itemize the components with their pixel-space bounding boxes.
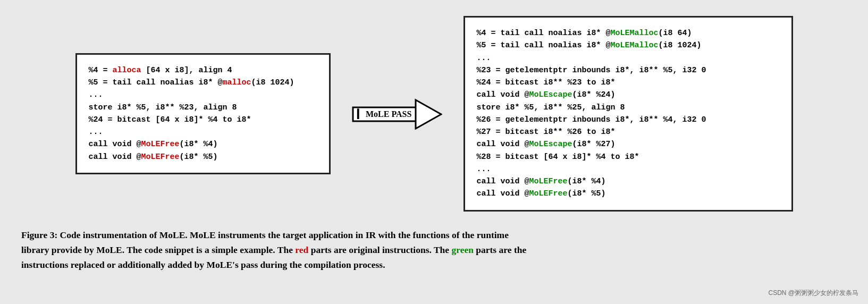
code-line-r11: %28 = bitcast [64 x i8]* %4 to i8*	[477, 151, 780, 163]
caption-line2: library provide by MoLE. The code snippe…	[21, 242, 847, 257]
code-line-l5: %24 = bitcast [64 x i8]* %4 to i8*	[89, 114, 317, 126]
svg-text:▎ MoLE PASS: ▎ MoLE PASS	[357, 108, 411, 119]
code-line-r4: %23 = getelementptr inbounds i8*, i8** %…	[477, 64, 780, 77]
left-code-box: %4 = alloca [64 x i8], align 4 %5 = tail…	[75, 53, 331, 174]
code-line-r10: call void @MoLEscape(i8* %27)	[477, 138, 780, 150]
code-line-l8: call void @MoLEFree(i8* %5)	[89, 151, 317, 163]
code-line-r8: %26 = getelementptr inbounds i8*, i8** %…	[477, 114, 780, 126]
code-line-r14: call void @MoLEFree(i8* %5)	[477, 188, 780, 200]
caption-line3: instructions replaced or additionally ad…	[21, 257, 847, 272]
code-line-r7: store i8* %5, i8** %25, align 8	[477, 102, 780, 114]
code-line-r9: %27 = bitcast i8** %26 to i8*	[477, 126, 780, 138]
code-line-l3: ...	[89, 89, 317, 101]
code-line-r12: ...	[477, 163, 780, 175]
code-line-l6: ...	[89, 126, 317, 138]
code-line-r3: ...	[477, 52, 780, 64]
watermark: CSDN @粥粥粥少女的柠发条马	[768, 289, 858, 298]
svg-marker-1	[416, 100, 441, 129]
diagram-row: %4 = alloca [64 x i8], align 4 %5 = tail…	[16, 16, 852, 212]
code-line-l7: call void @MoLEFree(i8* %4)	[89, 138, 317, 150]
main-container: %4 = alloca [64 x i8], align 4 %5 = tail…	[0, 0, 868, 304]
code-line-r2: %5 = tail call noalias i8* @MoLEMalloc(i…	[477, 39, 780, 52]
caption-area: Figure 3: Code instrumentation of MoLE. …	[16, 227, 852, 272]
code-line-l2: %5 = tail call noalias i8* @malloc(i8 10…	[89, 77, 317, 89]
arrow-icon: ▎ MoLE PASS	[352, 98, 442, 130]
code-line-l1: %4 = alloca [64 x i8], align 4	[89, 64, 317, 77]
right-code-box: %4 = tail call noalias i8* @MoLEMalloc(i…	[464, 16, 793, 212]
code-line-l4: store i8* %5, i8** %23, align 8	[89, 102, 317, 114]
code-line-r13: call void @MoLEFree(i8* %4)	[477, 175, 780, 188]
code-line-r6: call void @MoLEscape(i8* %24)	[477, 89, 780, 101]
caption-line1: Figure 3: Code instrumentation of MoLE. …	[21, 227, 847, 242]
arrow-outer: ▎ MoLE PASS	[352, 98, 442, 130]
arrow-container: ▎ MoLE PASS	[352, 98, 442, 130]
code-line-r1: %4 = tail call noalias i8* @MoLEMalloc(i…	[477, 27, 780, 39]
code-line-r5: %24 = bitcast i8** %23 to i8*	[477, 77, 780, 89]
